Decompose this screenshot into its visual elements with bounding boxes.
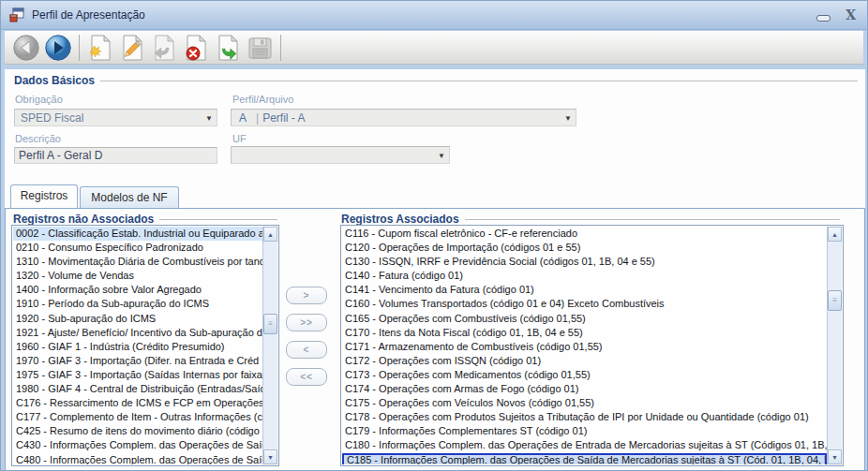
chevron-down-icon[interactable]: ▼ xyxy=(564,113,572,122)
toolbar-separator xyxy=(79,35,80,61)
list-item[interactable]: 1975 - GIAF 3 - Importação (Saídas Inter… xyxy=(13,368,262,382)
list-item[interactable]: C185 - Informações Complem. das Operaçõe… xyxy=(342,453,827,465)
perfil-value: Perfil - A xyxy=(262,111,305,125)
list-item[interactable]: 1970 - GIAF 3 - Importação (Difer. na En… xyxy=(13,354,262,368)
section-rule xyxy=(465,219,840,220)
next-button[interactable] xyxy=(42,33,74,63)
list-item[interactable]: C141 - Vencimento da Fatura (código 01) xyxy=(342,283,827,297)
list-item[interactable]: 1921 - Ajuste/ Benefício/ Incentivo da S… xyxy=(13,326,262,340)
delete-record-icon xyxy=(182,34,210,62)
scroll-up-icon[interactable]: ▲ xyxy=(263,227,277,242)
section-rule xyxy=(100,81,858,81)
list-item[interactable]: C173 - Operações com Medicamentos (códig… xyxy=(342,368,827,382)
list-item[interactable]: C116 - Cupom fiscal eletrônico - CF-e re… xyxy=(342,227,827,241)
previous-button[interactable] xyxy=(10,33,42,63)
registros-panel: Registros não Associados Registros Assoc… xyxy=(5,208,865,471)
associated-scrollbar[interactable]: ▲ ≡ ▼ xyxy=(827,227,842,464)
descricao-value: Perfil A - Geral D xyxy=(15,149,102,162)
undo-button[interactable] xyxy=(148,33,180,63)
list-item[interactable]: C172 - Operações com ISSQN (código 01) xyxy=(342,354,827,368)
edit-record-icon xyxy=(118,34,146,62)
scrollbar-thumb[interactable]: ≡ xyxy=(263,314,277,334)
minimize-button-icon[interactable] xyxy=(816,15,831,22)
perfil-apresentacao-window: Perfil de Apresentação X xyxy=(0,0,868,471)
previous-icon xyxy=(12,34,40,62)
unassociated-list-title: Registros não Associados xyxy=(13,213,154,226)
list-item[interactable]: C171 - Armazenamento de Combustíveis (có… xyxy=(342,340,827,354)
toolbar xyxy=(5,31,863,65)
move-left-button[interactable]: < xyxy=(286,341,327,359)
confirm-button[interactable] xyxy=(212,33,244,63)
list-item[interactable]: C175 - Operações com Veículos Novos (cód… xyxy=(342,396,827,410)
list-item[interactable]: C178 - Operações com Produtos Sujeitos a… xyxy=(342,410,827,424)
confirm-icon xyxy=(214,34,242,62)
scroll-down-icon[interactable]: ▼ xyxy=(263,449,277,464)
app-icon xyxy=(9,7,24,22)
obrigacao-label: Obrigação xyxy=(15,94,63,105)
associated-listbox[interactable]: C116 - Cupom fiscal eletrônico - CF-e re… xyxy=(340,225,844,466)
dados-basicos-section: Dados Básicos Obrigação SPED Fiscal ▼ Pe… xyxy=(5,69,865,184)
list-item[interactable]: C430 - Informações Complem. das Operaçõe… xyxy=(13,438,262,452)
section-rule xyxy=(159,219,277,220)
close-button-icon[interactable]: X xyxy=(846,7,856,23)
list-item[interactable]: C480 - Informações Complem. das Operaçõe… xyxy=(13,453,262,465)
perfil-code: A xyxy=(232,111,256,125)
save-button[interactable] xyxy=(244,33,276,63)
associated-list-title: Registros Associados xyxy=(341,213,459,226)
list-item[interactable]: C120 - Operações de Importação (códigos … xyxy=(342,241,827,255)
list-item[interactable]: 1910 - Período da Sub-apuração do ICMS xyxy=(13,297,262,311)
perfil-arquivo-combobox[interactable]: A | Perfil - A ▼ xyxy=(231,109,576,126)
save-icon xyxy=(246,34,274,62)
list-item[interactable]: C165 - Operações com Combustíveis (códig… xyxy=(342,312,827,326)
tab-strip: Registros Modelos de NF xyxy=(5,184,865,208)
list-item[interactable]: C174 - Operações com Armas de Fogo (códi… xyxy=(342,382,827,396)
obrigacao-value: SPED Fiscal xyxy=(15,111,83,125)
section-title: Dados Básicos xyxy=(14,74,95,87)
list-item[interactable]: C170 - Itens da Nota Fiscal (código 01, … xyxy=(342,326,827,340)
scroll-up-icon[interactable]: ▲ xyxy=(828,227,842,242)
window-title: Perfil de Apresentação xyxy=(32,8,145,22)
titlebar[interactable]: Perfil de Apresentação X xyxy=(1,1,867,30)
chevron-down-icon[interactable]: ▼ xyxy=(205,113,213,122)
list-item[interactable]: C160 - Volumes Transportados (código 01 … xyxy=(342,297,827,311)
move-right-button[interactable]: > xyxy=(286,287,327,304)
list-item[interactable]: 1980 - GIAF 4 - Central de Distribuição … xyxy=(13,382,262,396)
list-item[interactable]: 1960 - GIAF 1 - Indústria (Crédito Presu… xyxy=(13,340,262,354)
list-item[interactable]: C179 - Informações Complementares ST (có… xyxy=(342,424,827,438)
list-item[interactable]: C180 - Informações Complem. das Operaçõe… xyxy=(342,438,827,452)
list-item[interactable]: C130 - ISSQN, IRRF e Previdência Social … xyxy=(342,255,827,269)
list-item[interactable]: 1310 - Movimentação Diária de Combustíve… xyxy=(13,255,262,269)
move-all-left-button[interactable]: << xyxy=(286,368,327,386)
list-item[interactable]: C140 - Fatura (código 01) xyxy=(342,269,827,283)
tab-modelos-de-nf[interactable]: Modelos de NF xyxy=(80,186,179,208)
scroll-down-icon[interactable]: ▼ xyxy=(828,449,842,464)
list-item[interactable]: 1400 - Informação sobre Valor Agregado xyxy=(13,283,262,297)
toolbar-separator xyxy=(280,35,281,61)
list-item[interactable]: 1320 - Volume de Vendas xyxy=(13,269,262,283)
edit-record-button[interactable] xyxy=(116,33,148,63)
undo-icon xyxy=(150,34,178,62)
obrigacao-combobox[interactable]: SPED Fiscal ▼ xyxy=(14,109,217,126)
list-item[interactable]: C176 - Ressarcimento de ICMS e FCP em Op… xyxy=(13,396,262,410)
list-item[interactable]: C177 - Complemento de Item - Outras Info… xyxy=(13,410,262,424)
move-all-right-button[interactable]: >> xyxy=(286,314,327,331)
list-item[interactable]: C425 - Resumo de itens do movimento diár… xyxy=(13,424,262,438)
delete-record-button[interactable] xyxy=(180,33,212,63)
next-icon xyxy=(44,34,72,62)
tab-registros[interactable]: Registros xyxy=(10,184,78,208)
unassociated-listbox[interactable]: 0002 - Classificação Estab. Industrial o… xyxy=(11,225,279,466)
new-record-icon xyxy=(86,34,114,62)
uf-label: UF xyxy=(232,133,247,144)
uf-combobox[interactable]: ▼ xyxy=(231,146,450,164)
field-divider: | xyxy=(256,111,259,125)
scrollbar-thumb[interactable]: ≡ xyxy=(828,290,842,311)
list-item[interactable]: 0210 - Consumo Específico Padronizado xyxy=(13,241,262,255)
list-item[interactable]: 1920 - Sub-apuração do ICMS xyxy=(13,312,262,326)
perfil-arquivo-label: Perfil/Arquivo xyxy=(232,94,293,105)
descricao-label: Descrição xyxy=(15,133,61,144)
list-item[interactable]: 0002 - Classificação Estab. Industrial o… xyxy=(13,227,262,241)
chevron-down-icon[interactable]: ▼ xyxy=(438,151,445,159)
new-record-button[interactable] xyxy=(84,33,116,63)
descricao-field[interactable]: Perfil A - Geral D xyxy=(14,147,217,164)
unassociated-scrollbar[interactable]: ▲ ≡ ▼ xyxy=(262,227,277,464)
